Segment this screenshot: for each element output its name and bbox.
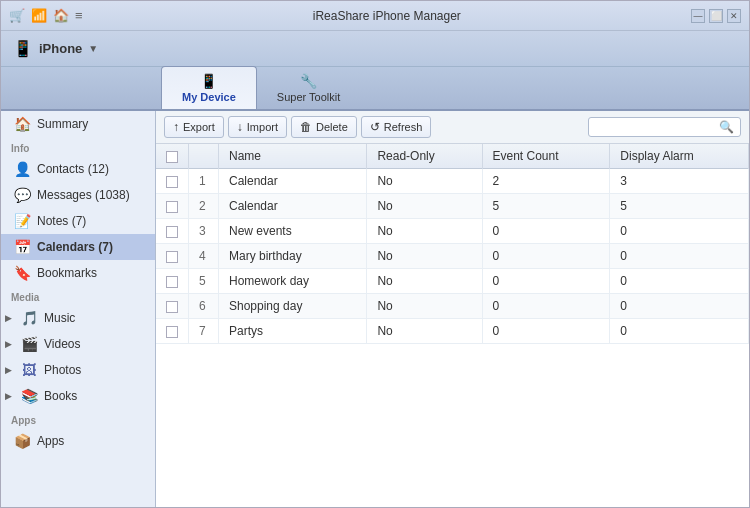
- books-expand-arrow: ▶: [5, 391, 12, 401]
- sidebar-item-bookmarks[interactable]: 🔖 Bookmarks: [1, 260, 155, 286]
- sidebar-item-messages[interactable]: 💬 Messages (1038): [1, 182, 155, 208]
- maximize-button[interactable]: ⬜: [709, 9, 723, 23]
- import-label: Import: [247, 121, 278, 133]
- delete-icon: 🗑: [300, 120, 312, 134]
- photos-expand-arrow: ▶: [5, 365, 12, 375]
- col-check: [156, 144, 189, 169]
- music-icon: 🎵: [20, 310, 38, 326]
- row-readonly: No: [367, 319, 482, 344]
- row-checkbox[interactable]: [166, 276, 178, 288]
- title-bar: 🛒 📶 🏠 ≡ iReaShare iPhone Manager — ⬜ ✕: [1, 1, 749, 31]
- summary-icon: 🏠: [13, 116, 31, 132]
- sidebar-item-music[interactable]: ▶ 🎵 Music: [1, 305, 155, 331]
- main-layout: 🏠 Summary Info 👤 Contacts (12) 💬 Message…: [1, 111, 749, 508]
- calendars-table: Name Read-Only Event Count Display Alarm…: [156, 144, 749, 344]
- row-eventcount: 0: [482, 219, 610, 244]
- signal-icon[interactable]: 📶: [31, 8, 47, 23]
- row-readonly: No: [367, 269, 482, 294]
- device-label: iPhone: [39, 41, 82, 56]
- sidebar-item-videos[interactable]: ▶ 🎬 Videos: [1, 331, 155, 357]
- row-displayalarm: 5: [610, 194, 749, 219]
- tab-my-device[interactable]: 📱 My Device: [161, 66, 257, 109]
- home-icon[interactable]: 🏠: [53, 8, 69, 23]
- export-button[interactable]: ↑ Export: [164, 116, 224, 138]
- row-checkbox[interactable]: [166, 301, 178, 313]
- app-title: iReaShare iPhone Manager: [83, 9, 691, 23]
- row-checkbox[interactable]: [166, 226, 178, 238]
- search-icon: 🔍: [719, 120, 734, 134]
- sidebar-section-info: Info: [1, 137, 155, 156]
- sidebar-item-notes-label: Notes (7): [37, 214, 86, 228]
- sidebar-item-calendars[interactable]: 📅 Calendars (7): [1, 234, 155, 260]
- row-eventcount: 0: [482, 244, 610, 269]
- device-bar: 📱 iPhone ▼: [1, 31, 749, 67]
- row-num: 7: [189, 319, 219, 344]
- col-name: Name: [219, 144, 367, 169]
- tab-super-toolkit[interactable]: 🔧 Super Toolkit: [257, 67, 360, 109]
- export-label: Export: [183, 121, 215, 133]
- row-check: [156, 319, 189, 344]
- super-toolkit-tab-label: Super Toolkit: [277, 91, 340, 103]
- row-checkbox[interactable]: [166, 326, 178, 338]
- row-checkbox[interactable]: [166, 176, 178, 188]
- sidebar-item-messages-label: Messages (1038): [37, 188, 130, 202]
- calendars-icon: 📅: [13, 239, 31, 255]
- col-displayalarm: Display Alarm: [610, 144, 749, 169]
- sidebar-item-photos[interactable]: ▶ 🖼 Photos: [1, 357, 155, 383]
- sidebar-item-videos-label: Videos: [44, 337, 80, 351]
- tab-bar: 📱 My Device 🔧 Super Toolkit: [1, 67, 749, 111]
- refresh-button[interactable]: ↺ Refresh: [361, 116, 432, 138]
- import-button[interactable]: ↓ Import: [228, 116, 287, 138]
- row-num: 2: [189, 194, 219, 219]
- row-check: [156, 244, 189, 269]
- col-readonly: Read-Only: [367, 144, 482, 169]
- sidebar-item-photos-label: Photos: [44, 363, 81, 377]
- my-device-tab-icon: 📱: [200, 73, 217, 89]
- sidebar-item-books-label: Books: [44, 389, 77, 403]
- row-num: 5: [189, 269, 219, 294]
- sidebar-section-apps: Apps: [1, 409, 155, 428]
- row-eventcount: 0: [482, 319, 610, 344]
- col-eventcount: Event Count: [482, 144, 610, 169]
- sidebar: 🏠 Summary Info 👤 Contacts (12) 💬 Message…: [1, 111, 156, 508]
- row-num: 4: [189, 244, 219, 269]
- select-all-checkbox[interactable]: [166, 151, 178, 163]
- sidebar-item-summary[interactable]: 🏠 Summary: [1, 111, 155, 137]
- table-row: 7 Partys No 0 0: [156, 319, 749, 344]
- my-device-tab-label: My Device: [182, 91, 236, 103]
- row-eventcount: 0: [482, 294, 610, 319]
- table-row: 2 Calendar No 5 5: [156, 194, 749, 219]
- sidebar-item-summary-label: Summary: [37, 117, 88, 131]
- delete-button[interactable]: 🗑 Delete: [291, 116, 357, 138]
- apps-icon: 📦: [13, 433, 31, 449]
- sidebar-item-apps[interactable]: 📦 Apps: [1, 428, 155, 454]
- sidebar-item-notes[interactable]: 📝 Notes (7): [1, 208, 155, 234]
- super-toolkit-tab-icon: 🔧: [300, 73, 317, 89]
- sidebar-item-books[interactable]: ▶ 📚 Books: [1, 383, 155, 409]
- refresh-icon: ↺: [370, 120, 380, 134]
- sidebar-item-contacts-label: Contacts (12): [37, 162, 109, 176]
- row-name: Calendar: [219, 169, 367, 194]
- row-checkbox[interactable]: [166, 201, 178, 213]
- sidebar-item-contacts[interactable]: 👤 Contacts (12): [1, 156, 155, 182]
- row-check: [156, 269, 189, 294]
- device-name[interactable]: 📱 iPhone ▼: [13, 39, 98, 58]
- row-checkbox[interactable]: [166, 251, 178, 263]
- search-input[interactable]: [595, 121, 715, 133]
- toolbar: ↑ Export ↓ Import 🗑 Delete ↺ Refresh 🔍: [156, 111, 749, 144]
- row-name: Homework day: [219, 269, 367, 294]
- window-controls: — ⬜ ✕: [691, 9, 741, 23]
- menu-icon[interactable]: ≡: [75, 8, 83, 23]
- cart-icon[interactable]: 🛒: [9, 8, 25, 23]
- row-check: [156, 169, 189, 194]
- row-num: 6: [189, 294, 219, 319]
- table-row: 6 Shopping day No 0 0: [156, 294, 749, 319]
- row-readonly: No: [367, 194, 482, 219]
- import-icon: ↓: [237, 120, 243, 134]
- row-name: Partys: [219, 319, 367, 344]
- device-dropdown-arrow[interactable]: ▼: [88, 43, 98, 54]
- close-button[interactable]: ✕: [727, 9, 741, 23]
- notes-icon: 📝: [13, 213, 31, 229]
- row-readonly: No: [367, 169, 482, 194]
- minimize-button[interactable]: —: [691, 9, 705, 23]
